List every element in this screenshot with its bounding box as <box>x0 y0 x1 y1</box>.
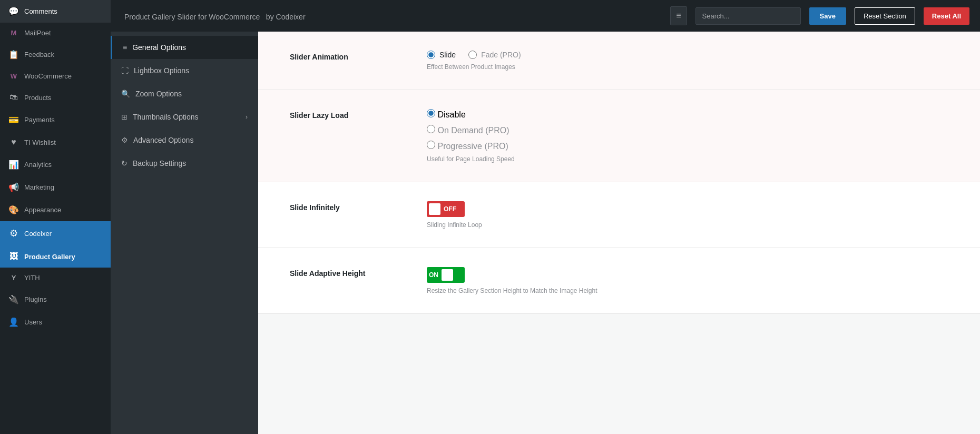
sidebar-item-mailpoet[interactable]: M MailPoet <box>0 23 111 43</box>
feedback-icon: 📋 <box>8 50 19 60</box>
subnav-zoom-options[interactable]: 🔍 Zoom Options <box>111 82 258 105</box>
subnav-label: Advanced Options <box>133 136 193 144</box>
sidebar-item-analytics[interactable]: 📊 Analytics <box>0 153 111 176</box>
sidebar-item-plugins[interactable]: 🔌 Plugins <box>0 288 111 311</box>
sidebar-item-label: Comments <box>24 7 57 15</box>
sidebar-item-label: Plugins <box>24 295 47 303</box>
subnav-thumbnails-options[interactable]: ⊞ Thumbnails Options › <box>111 105 258 129</box>
save-button[interactable]: Save <box>809 7 846 25</box>
slider-lazy-load-label: Slider Lazy Load <box>290 109 406 120</box>
slide-adaptive-height-section: Slide Adaptive Height ON Resize the Gall… <box>258 248 980 314</box>
toggle-container-adaptive: ON <box>427 267 948 283</box>
slider-animation-control: Slide Fade (PRO) Effect Between Product … <box>427 51 948 71</box>
appearance-icon: 🎨 <box>8 205 19 215</box>
sidebar-item-label: Appearance <box>24 206 61 214</box>
lazy-load-ondemand-option[interactable]: On Demand (PRO) <box>427 125 948 135</box>
sidebar-item-label: Products <box>24 94 51 102</box>
woocommerce-icon: W <box>8 72 19 80</box>
sidebar-item-users[interactable]: 👤 Users <box>0 311 111 333</box>
main-area: Product Gallery Slider for WooCommerce b… <box>111 0 980 434</box>
sub-navigation: ≡ General Options ⛶ Lightbox Options 🔍 Z… <box>111 32 258 434</box>
sidebar-item-label: Users <box>24 318 42 326</box>
users-icon: 👤 <box>8 317 19 327</box>
radio-fade[interactable] <box>468 51 477 59</box>
slider-lazy-load-section: Slider Lazy Load Disable On Demand (PRO) <box>258 90 980 182</box>
sidebar-item-woocommerce[interactable]: W WooCommerce <box>0 66 111 86</box>
radio-progressive-label: Progressive (PRO) <box>437 142 508 151</box>
sidebar-item-products[interactable]: 🛍 Products <box>0 86 111 108</box>
search-input[interactable] <box>695 7 801 25</box>
slide-infinitely-section: Slide Infinitely OFF Sliding Infinite Lo… <box>258 182 980 248</box>
subnav-label: Zoom Options <box>135 90 182 98</box>
slider-animation-section: Slider Animation Slide Fade (PRO) <box>258 32 980 90</box>
toggle-knob <box>442 269 453 281</box>
wishlist-icon: ♥ <box>8 137 19 147</box>
slide-infinitely-label: Slide Infinitely <box>290 201 406 212</box>
subnav-label: Thumbnails Options <box>133 113 199 121</box>
slider-animation-hint: Effect Between Product Images <box>427 63 948 71</box>
payments-icon: 💳 <box>8 115 19 125</box>
radio-slide[interactable] <box>427 51 435 59</box>
products-icon: 🛍 <box>8 93 19 102</box>
slide-adaptive-height-control: ON Resize the Gallery Section Height to … <box>427 267 948 294</box>
lazy-load-options: Disable On Demand (PRO) Progressive (PRO… <box>427 109 948 151</box>
slider-animation-slide-option[interactable]: Slide <box>427 51 456 59</box>
slider-animation-row: Slider Animation Slide Fade (PRO) <box>290 51 948 71</box>
backup-icon: ↻ <box>121 159 128 167</box>
sidebar-item-payments[interactable]: 💳 Payments <box>0 108 111 131</box>
slider-animation-label: Slider Animation <box>290 51 406 61</box>
sidebar-item-codeixer[interactable]: ⚙ Codeixer <box>0 221 111 245</box>
slide-adaptive-height-label: Slide Adaptive Height <box>290 267 406 278</box>
sidebar-item-yith[interactable]: Y YITH <box>0 268 111 288</box>
sidebar-item-appearance[interactable]: 🎨 Appearance <box>0 199 111 221</box>
marketing-icon: 📢 <box>8 182 19 192</box>
sidebar-item-label: Marketing <box>24 183 54 191</box>
subnav-general-options[interactable]: ≡ General Options <box>111 36 258 59</box>
subnav-lightbox-options[interactable]: ⛶ Lightbox Options <box>111 59 258 82</box>
slide-adaptive-height-toggle[interactable]: ON <box>427 267 465 283</box>
reset-section-button[interactable]: Reset Section <box>855 7 915 25</box>
sidebar-item-label: Product Gallery <box>24 253 75 261</box>
thumbnails-icon: ⊞ <box>121 113 128 121</box>
sidebar-item-comments[interactable]: 💬 Comments <box>0 0 111 23</box>
toggle-knob <box>429 203 440 215</box>
settings-panel: Slider Animation Slide Fade (PRO) <box>258 32 980 434</box>
menu-icon-button[interactable]: ≡ <box>670 6 687 25</box>
sidebar-item-ti-wishlist[interactable]: ♥ TI Wishlist <box>0 131 111 153</box>
subnav-advanced-options[interactable]: ⚙ Advanced Options <box>111 129 258 152</box>
radio-disable-label: Disable <box>437 110 465 119</box>
lazy-load-progressive-option[interactable]: Progressive (PRO) <box>427 141 948 151</box>
slide-adaptive-height-hint: Resize the Gallery Section Height to Mat… <box>427 287 948 294</box>
comments-icon: 💬 <box>8 6 19 16</box>
lazy-load-hint: Useful for Page Loading Speed <box>427 155 948 163</box>
sidebar-item-label: Analytics <box>24 161 52 169</box>
sidebar-item-label: TI Wishlist <box>24 139 56 146</box>
lazy-load-disable-option[interactable]: Disable <box>427 109 948 120</box>
product-gallery-icon: 🖼 <box>8 252 19 261</box>
subnav-label: Backup Settings <box>133 159 186 167</box>
radio-progressive[interactable] <box>427 141 435 149</box>
slide-adaptive-height-row: Slide Adaptive Height ON Resize the Gall… <box>290 267 948 294</box>
chevron-right-icon: › <box>246 113 248 121</box>
general-options-icon: ≡ <box>123 43 127 52</box>
yith-icon: Y <box>8 274 19 282</box>
page-title: Product Gallery Slider for WooCommerce b… <box>121 10 662 22</box>
sidebar-item-product-gallery[interactable]: 🖼 Product Gallery <box>0 245 111 268</box>
slider-lazy-load-control: Disable On Demand (PRO) Progressive (PRO… <box>427 109 948 163</box>
sidebar-item-feedback[interactable]: 📋 Feedback <box>0 43 111 66</box>
slider-animation-options: Slide Fade (PRO) <box>427 51 948 59</box>
codeixer-icon: ⚙ <box>8 228 19 239</box>
sidebar-item-label: MailPoet <box>24 29 51 37</box>
sidebar-item-marketing[interactable]: 📢 Marketing <box>0 176 111 199</box>
radio-disable[interactable] <box>427 109 435 117</box>
analytics-icon: 📊 <box>8 160 19 170</box>
slide-infinitely-hint: Sliding Infinite Loop <box>427 221 948 229</box>
reset-all-button[interactable]: Reset All <box>924 7 969 25</box>
mailpoet-icon: M <box>8 29 19 37</box>
slider-animation-fade-option[interactable]: Fade (PRO) <box>468 51 521 59</box>
slide-infinitely-toggle[interactable]: OFF <box>427 201 465 217</box>
plugins-icon: 🔌 <box>8 294 19 304</box>
subnav-backup-settings[interactable]: ↻ Backup Settings <box>111 152 258 175</box>
radio-fade-label: Fade (PRO) <box>481 51 521 59</box>
radio-on-demand[interactable] <box>427 125 435 133</box>
